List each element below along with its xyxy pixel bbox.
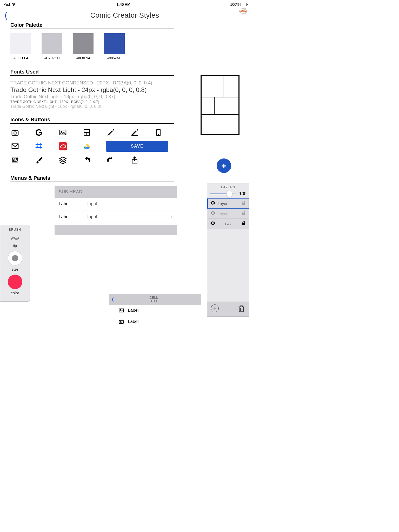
image-icon xyxy=(118,308,124,313)
layers-panel: LAYERS 100 Layer Layer BG + xyxy=(207,183,249,317)
google-drive-icon[interactable] xyxy=(82,142,91,151)
tablet-icon[interactable] xyxy=(154,128,163,137)
svg-rect-21 xyxy=(242,213,245,215)
cell-panel: ⟨ CELL TITLE Label Label xyxy=(109,294,201,327)
brush-color[interactable]: color xyxy=(2,275,28,295)
layer-row-1[interactable]: Layer xyxy=(207,198,249,209)
chevron-right-icon: › xyxy=(171,214,172,220)
wifi-icon xyxy=(11,1,17,8)
svg-rect-4 xyxy=(12,131,18,135)
color-circle-icon xyxy=(8,275,22,289)
save-button[interactable]: SAVE xyxy=(106,141,168,152)
brush-panel: BRUSH tip size color xyxy=(0,225,30,302)
layers-header: LAYERS xyxy=(207,183,249,191)
font-sample-1: TRADE GOTHIC NEXT CONDENSED - 20PX - RGB… xyxy=(10,80,239,86)
clock: 1:45 AM xyxy=(117,2,130,6)
dropbox-icon[interactable] xyxy=(34,142,44,151)
texture-icon[interactable] xyxy=(10,155,20,165)
form-label: Label xyxy=(59,201,87,207)
eye-icon[interactable] xyxy=(210,200,215,207)
eye-icon[interactable] xyxy=(210,220,215,227)
status-bar: iPad 1:45 AM 100% xyxy=(0,0,249,9)
trash-icon[interactable] xyxy=(237,304,245,314)
layers-icon[interactable] xyxy=(58,155,68,165)
pencil-edit-icon[interactable] xyxy=(130,128,139,137)
size-circle-icon xyxy=(8,251,22,265)
font-sample-2: Trade Gothic Next Light - 24px - rgba(0,… xyxy=(10,86,239,94)
font-sample-3: Trade Gothic Next Light - 18px - rgba(0,… xyxy=(10,94,239,99)
brush-stroke-icon xyxy=(11,234,19,242)
undo-icon[interactable] xyxy=(82,155,91,165)
layout-icon[interactable] xyxy=(82,128,91,137)
form-label: Label xyxy=(59,214,87,220)
section-color-palette: Color Palette xyxy=(10,22,174,29)
page-title: Comic Creator Styles xyxy=(90,11,159,19)
form-footer-bar xyxy=(55,225,177,235)
section-icons: Icons & Buttons xyxy=(10,117,174,124)
svg-rect-9 xyxy=(131,135,138,136)
font-sample-4: TRADE GOTHIC NEXT LIGHT - 13PX - RGBA(0,… xyxy=(10,100,239,104)
svg-point-0 xyxy=(14,5,14,6)
cell-row-camera[interactable]: Label xyxy=(114,316,201,327)
mail-icon[interactable] xyxy=(10,142,20,151)
share-icon[interactable] xyxy=(130,155,139,165)
svg-point-19 xyxy=(121,321,122,323)
brush-tip[interactable]: tip xyxy=(2,234,28,248)
svg-point-17 xyxy=(120,309,121,310)
camera-icon[interactable] xyxy=(10,128,20,137)
brush-size[interactable]: size xyxy=(2,251,28,271)
layer-row-bg[interactable]: BG xyxy=(207,219,249,229)
device-label: iPad xyxy=(3,2,10,6)
eye-icon[interactable] xyxy=(210,210,215,217)
svg-rect-18 xyxy=(119,320,124,323)
creative-cloud-icon[interactable] xyxy=(58,142,68,151)
cell-title: CELL TITLE xyxy=(114,296,193,303)
lock-icon[interactable] xyxy=(241,200,247,207)
back-button[interactable]: ⟨ xyxy=(4,10,8,21)
battery-icon xyxy=(241,3,247,6)
nav-header: ⟨ Comic Creator Styles xyxy=(0,9,249,22)
comic-creator-badge: COMIC CREATOR xyxy=(239,7,247,16)
brush-header: BRUSH xyxy=(2,227,28,232)
form-value: Input xyxy=(87,214,171,220)
camera-icon xyxy=(118,319,124,324)
form-demo-panel: SUB HEAD Label Label Input › xyxy=(55,186,177,235)
opacity-value: 100 xyxy=(239,191,247,196)
swatch-4[interactable]: #3052AC xyxy=(104,33,125,60)
section-fonts: Fonts Used xyxy=(10,69,174,76)
redo-icon[interactable] xyxy=(106,155,115,165)
form-subhead: SUB HEAD xyxy=(55,186,177,198)
battery-pct: 100% xyxy=(230,2,240,6)
pencil-icon[interactable] xyxy=(106,128,115,137)
opacity-slider[interactable] xyxy=(210,194,237,194)
swatch-2[interactable]: #C7C7CD xyxy=(42,33,62,60)
section-menus: Menus & Panels xyxy=(10,175,174,182)
svg-point-7 xyxy=(61,131,62,132)
svg-rect-23 xyxy=(239,307,243,312)
cell-row-image[interactable]: Label xyxy=(114,305,201,316)
image-icon[interactable] xyxy=(58,128,68,137)
palette-row: #EFEFF4 #C7C7CD #8F8E94 #3052AC xyxy=(10,33,239,60)
layer-row-2[interactable]: Layer xyxy=(207,209,249,219)
add-layer-button[interactable]: + xyxy=(211,304,219,312)
svg-rect-22 xyxy=(242,223,245,225)
font-sample-5: Trade Gothic Next Light - 16px - rgba(0,… xyxy=(10,104,239,109)
cell-back-button[interactable]: ⟨ xyxy=(112,296,114,303)
svg-rect-20 xyxy=(242,203,245,205)
svg-point-11 xyxy=(158,135,159,135)
svg-point-5 xyxy=(14,132,16,134)
form-row-1[interactable]: Label xyxy=(55,198,177,210)
brush-icon[interactable] xyxy=(34,155,44,165)
lock-icon[interactable] xyxy=(241,210,247,217)
form-input-1[interactable] xyxy=(87,201,172,207)
swatch-1[interactable]: #EFEFF4 xyxy=(10,33,31,60)
google-icon[interactable] xyxy=(34,128,44,137)
swatch-3[interactable]: #8F8E94 xyxy=(73,33,94,60)
form-row-2[interactable]: Label Input › xyxy=(55,210,177,223)
lock-icon[interactable] xyxy=(241,220,247,227)
